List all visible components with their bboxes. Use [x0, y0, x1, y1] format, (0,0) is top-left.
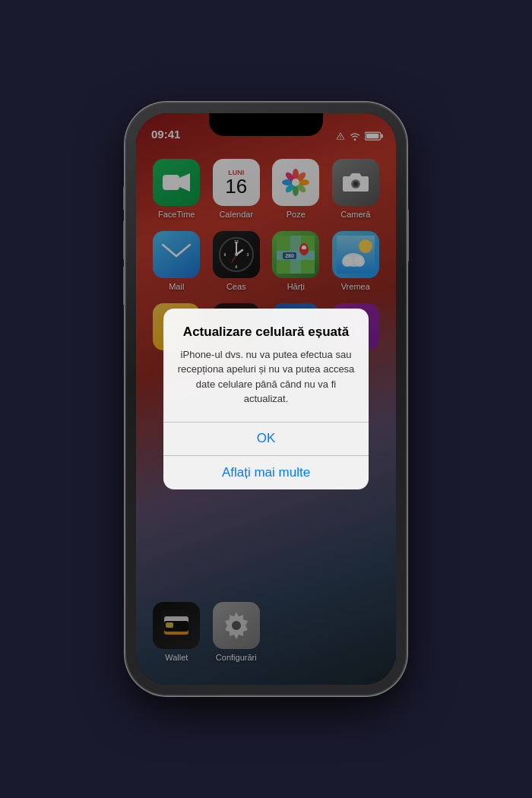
alert-title: Actualizare celulară eșuată	[176, 324, 356, 340]
home-screen: 09:41	[136, 113, 396, 685]
alert-overlay: Actualizare celulară eșuată iPhone-ul dv…	[136, 113, 396, 685]
volume-down-button[interactable]	[123, 266, 125, 306]
phone-frame: 09:41	[125, 103, 407, 695]
alert-learn-button[interactable]: Aflați mai multe	[163, 456, 369, 489]
silent-switch[interactable]	[123, 186, 125, 211]
alert-dialog: Actualizare celulară eșuată iPhone-ul dv…	[163, 309, 369, 489]
alert-ok-button[interactable]: OK	[163, 422, 369, 455]
alert-message: iPhone-ul dvs. nu va putea efectua sau r…	[176, 347, 356, 407]
phone-screen: 09:41	[136, 113, 396, 685]
power-button[interactable]	[407, 209, 409, 262]
alert-content: Actualizare celulară eșuată iPhone-ul dv…	[163, 309, 369, 421]
volume-up-button[interactable]	[123, 220, 125, 260]
